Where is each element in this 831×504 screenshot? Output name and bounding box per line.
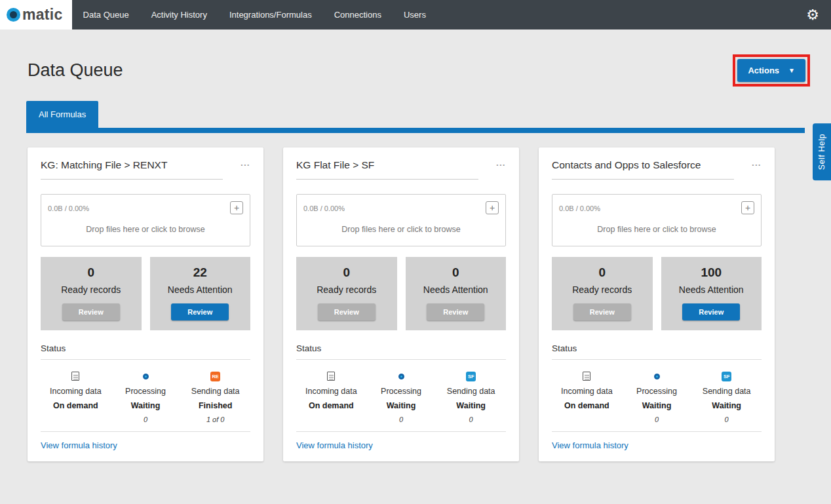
review-button[interactable]: Review	[427, 303, 484, 320]
nav-connections[interactable]: Connections	[323, 0, 393, 29]
nav-integrations-formulas[interactable]: Integrations/Formulas	[218, 0, 323, 29]
dropzone-hint: Drop files here or click to browse	[48, 225, 243, 234]
omatic-logo[interactable]: matic	[0, 0, 72, 29]
card-menu-icon[interactable]: •••	[497, 162, 506, 168]
actions-button[interactable]: Actions ▼	[737, 59, 805, 82]
formula-title: KG: Matching File > RENXT	[41, 159, 223, 180]
status-sending-data: SF Sending data Waiting 0	[691, 371, 762, 423]
status-value: Waiting	[111, 401, 181, 410]
ready-records-count: 0	[296, 265, 397, 280]
main-nav: Data Queue Activity History Integrations…	[72, 0, 437, 29]
status-value: On demand	[41, 401, 111, 410]
status-label: Sending data	[180, 387, 250, 396]
needs-attention-box: 22 Needs Attention Review	[150, 257, 251, 330]
status-label: Incoming data	[296, 387, 366, 396]
status-label: Incoming data	[41, 387, 111, 396]
upload-progress-text: 0.0B / 0.00%	[303, 204, 345, 212]
processing-icon	[143, 374, 149, 379]
re-icon: RE	[210, 372, 220, 381]
status-heading: Status	[41, 343, 250, 360]
document-icon	[327, 372, 335, 381]
add-file-icon[interactable]: +	[230, 201, 243, 214]
status-value: Waiting	[691, 401, 762, 410]
needs-attention-label: Needs Attention	[150, 284, 251, 295]
tab-all-formulas[interactable]: All Formulas	[26, 101, 98, 128]
page-title: Data Queue	[28, 60, 123, 81]
nav-data-queue[interactable]: Data Queue	[72, 0, 140, 29]
review-button[interactable]: Review	[682, 303, 740, 320]
status-sub	[41, 416, 111, 423]
status-label: Sending data	[436, 387, 506, 396]
status-sub	[552, 416, 622, 423]
gear-icon[interactable]: ⚙	[806, 0, 831, 29]
status-sub: 1 of 0	[180, 416, 250, 423]
status-heading: Status	[552, 343, 762, 360]
status-sub: 0	[366, 416, 436, 423]
status-value: On demand	[552, 401, 622, 410]
status-sending-data: RE Sending data Finished 1 of 0	[180, 371, 250, 423]
ready-records-box: 0 Ready records Review	[552, 257, 653, 330]
review-button[interactable]: Review	[573, 303, 631, 320]
annotation-red-box: Actions ▼	[733, 54, 810, 87]
file-dropzone[interactable]: 0.0B / 0.00% + Drop files here or click …	[296, 194, 506, 246]
formula-title: Contacts and Opps to Salesforce	[552, 159, 734, 180]
ready-records-count: 0	[41, 265, 142, 280]
status-value: Finished	[180, 401, 250, 410]
status-processing: Processing Waiting 0	[111, 371, 181, 423]
upload-progress-text: 0.0B / 0.00%	[559, 204, 600, 212]
ready-records-count: 0	[552, 265, 653, 280]
status-sub: 0	[436, 416, 506, 423]
logo-text: matic	[22, 6, 63, 24]
needs-attention-count: 0	[406, 265, 507, 280]
ready-records-box: 0 Ready records Review	[41, 257, 142, 330]
needs-attention-count: 100	[661, 265, 762, 280]
needs-attention-box: 100 Needs Attention Review	[661, 257, 762, 330]
processing-icon	[654, 374, 660, 379]
nav-activity-history[interactable]: Activity History	[140, 0, 218, 29]
add-file-icon[interactable]: +	[486, 201, 499, 214]
status-label: Incoming data	[552, 387, 622, 396]
status-label: Processing	[111, 387, 181, 396]
review-button[interactable]: Review	[62, 303, 120, 320]
status-incoming-data: Incoming data On demand	[41, 371, 111, 423]
ready-records-box: 0 Ready records Review	[296, 257, 397, 330]
file-dropzone[interactable]: 0.0B / 0.00% + Drop files here or click …	[552, 194, 762, 246]
status-sub: 0	[111, 416, 181, 423]
page-header: Data Queue Actions ▼	[0, 29, 831, 87]
status-heading: Status	[296, 343, 506, 360]
formula-title: KG Flat File > SF	[296, 159, 478, 180]
review-button[interactable]: Review	[318, 303, 376, 320]
formula-card: Contacts and Opps to Salesforce ••• 0.0B…	[539, 147, 775, 461]
status-incoming-data: Incoming data On demand	[552, 371, 622, 423]
needs-attention-count: 22	[150, 265, 251, 280]
nav-users[interactable]: Users	[393, 0, 437, 29]
ready-records-label: Ready records	[552, 284, 653, 295]
status-label: Processing	[622, 387, 692, 396]
processing-icon	[398, 374, 404, 379]
ready-records-label: Ready records	[296, 284, 397, 295]
status-value: Waiting	[366, 401, 436, 410]
actions-button-label: Actions	[748, 66, 779, 75]
card-menu-icon[interactable]: •••	[752, 162, 762, 168]
formula-cards: KG: Matching File > RENXT ••• 0.0B / 0.0…	[0, 133, 831, 481]
add-file-icon[interactable]: +	[741, 201, 754, 214]
formula-card: KG: Matching File > RENXT ••• 0.0B / 0.0…	[28, 147, 263, 461]
chevron-down-icon: ▼	[788, 67, 795, 74]
sf-icon: SF	[722, 372, 731, 381]
view-formula-history-link[interactable]: View formula history	[552, 440, 628, 450]
dropzone-hint: Drop files here or click to browse	[303, 225, 499, 234]
status-sub	[296, 416, 366, 423]
view-formula-history-link[interactable]: View formula history	[41, 440, 117, 450]
card-menu-icon[interactable]: •••	[241, 162, 250, 168]
view-formula-history-link[interactable]: View formula history	[296, 440, 373, 450]
top-navbar: matic Data Queue Activity History Integr…	[0, 0, 831, 29]
status-processing: Processing Waiting 0	[366, 371, 436, 423]
dropzone-hint: Drop files here or click to browse	[559, 225, 754, 234]
self-help-tab[interactable]: Self Help	[813, 123, 831, 180]
file-dropzone[interactable]: 0.0B / 0.00% + Drop files here or click …	[41, 194, 250, 246]
review-button[interactable]: Review	[171, 303, 229, 320]
needs-attention-label: Needs Attention	[406, 284, 507, 295]
document-icon	[71, 372, 79, 381]
status-sending-data: SF Sending data Waiting 0	[436, 371, 506, 423]
status-value: Waiting	[436, 401, 506, 410]
